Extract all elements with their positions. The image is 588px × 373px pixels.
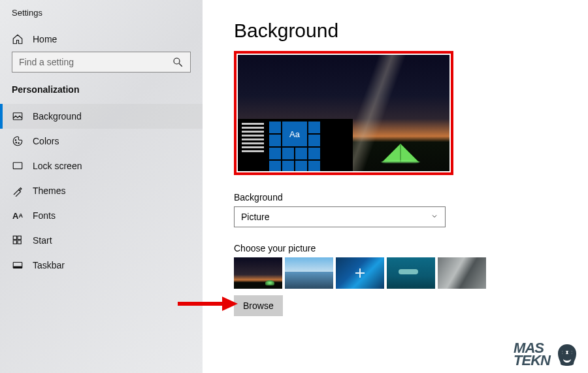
picture-thumbnails [234, 257, 588, 289]
svg-rect-1 [13, 113, 22, 120]
svg-rect-6 [13, 236, 16, 239]
home-icon [12, 33, 24, 45]
sidebar-item-label: Colors [33, 136, 59, 146]
sidebar-item-colors[interactable]: Colors [0, 129, 203, 154]
search-icon [172, 56, 184, 68]
preview-menu-list [242, 123, 264, 152]
sidebar-item-label: Home [33, 34, 57, 44]
svg-rect-16 [562, 351, 566, 354]
settings-app: Settings Home Find a setting Personaliza… [0, 0, 588, 373]
svg-point-2 [15, 140, 16, 141]
sidebar: Settings Home Find a setting Personaliza… [0, 0, 203, 373]
sidebar-item-label: Themes [33, 186, 66, 196]
palette-icon [12, 135, 24, 147]
sidebar-item-label: Background [33, 111, 82, 122]
svg-rect-17 [568, 351, 572, 354]
svg-rect-8 [13, 240, 16, 244]
svg-point-0 [174, 58, 180, 64]
sidebar-item-label: Lock screen [33, 161, 82, 171]
sidebar-item-taskbar[interactable]: Taskbar [0, 253, 203, 278]
select-value: Picture [241, 212, 270, 222]
main-content: Background Aa [203, 0, 588, 373]
picture-thumbnail-5[interactable] [438, 257, 486, 289]
preview-sample-text: Aa [282, 122, 307, 146]
page-title: Background [234, 20, 588, 42]
sidebar-item-home[interactable]: Home [0, 27, 203, 52]
picture-thumbnail-3[interactable] [336, 257, 384, 289]
sidebar-item-background[interactable]: Background [0, 104, 203, 129]
picture-icon [12, 110, 24, 122]
svg-rect-9 [18, 240, 21, 244]
search-placeholder: Find a setting [19, 57, 74, 67]
start-icon [12, 235, 24, 246]
preview-start-menu: Aa [238, 119, 353, 171]
annotation-arrow [176, 294, 238, 314]
browse-button[interactable]: Browse [234, 295, 283, 316]
picture-thumbnail-4[interactable] [387, 257, 435, 289]
background-dropdown-label: Background [234, 192, 588, 203]
sidebar-item-label: Fonts [33, 210, 56, 221]
section-label: Personalization [0, 82, 203, 104]
svg-rect-5 [13, 163, 22, 169]
sidebar-item-themes[interactable]: Themes [0, 178, 203, 203]
svg-rect-11 [13, 267, 22, 268]
fonts-icon: AA [12, 210, 24, 221]
watermark: MAS TEKN [514, 342, 580, 368]
svg-point-4 [18, 142, 20, 144]
svg-rect-7 [18, 236, 21, 239]
svg-marker-14 [222, 297, 238, 311]
search-wrap: Find a setting [12, 52, 191, 73]
sidebar-item-lockscreen[interactable]: Lock screen [0, 154, 203, 178]
background-type-select[interactable]: Picture [234, 206, 446, 227]
choose-picture-label: Choose your picture [234, 243, 588, 253]
search-input[interactable]: Find a setting [12, 52, 191, 73]
taskbar-icon [12, 259, 24, 271]
sidebar-item-start[interactable]: Start [0, 228, 203, 253]
chevron-down-icon [431, 212, 438, 222]
lockscreen-icon [12, 160, 24, 172]
watermark-text: MAS TEKN [514, 342, 550, 366]
preview-tile-grid: Aa [269, 122, 320, 171]
themes-icon [12, 185, 24, 197]
preview-tent [381, 141, 420, 163]
preview-highlight-frame: Aa [234, 51, 453, 175]
picture-thumbnail-2[interactable] [285, 257, 333, 289]
sidebar-item-fonts[interactable]: AA Fonts [0, 203, 203, 228]
window-title: Settings [0, 8, 203, 27]
svg-point-3 [16, 142, 17, 144]
background-preview: Aa [238, 55, 449, 171]
sidebar-item-label: Start [33, 235, 52, 246]
sidebar-item-label: Taskbar [33, 260, 65, 270]
picture-thumbnail-1[interactable] [234, 257, 282, 289]
watermark-face-icon [554, 342, 580, 368]
